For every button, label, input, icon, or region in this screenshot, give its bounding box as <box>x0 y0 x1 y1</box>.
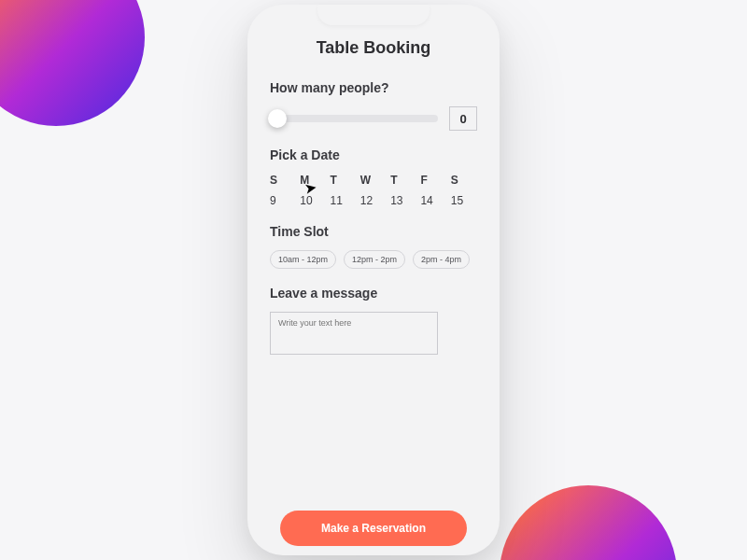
time-slot-group: 10am - 12pm 12pm - 2pm 2pm - 4pm <box>270 250 477 269</box>
decorative-blob-top-left <box>0 0 145 126</box>
calendar-day[interactable]: 15 <box>451 194 477 207</box>
time-slot-option[interactable]: 2pm - 4pm <box>413 250 470 269</box>
make-reservation-button[interactable]: Make a Reservation <box>280 511 467 546</box>
slider-thumb[interactable] <box>268 109 287 128</box>
weekday-header: T <box>331 174 357 187</box>
message-label: Leave a message <box>270 286 477 301</box>
calendar-day[interactable]: 12 <box>360 194 387 207</box>
weekday-header: S <box>451 174 477 187</box>
phone-notch <box>317 5 430 25</box>
calendar-day[interactable]: 14 <box>420 194 446 207</box>
calendar-day[interactable]: 9 <box>270 194 296 207</box>
time-label: Time Slot <box>270 224 477 239</box>
phone-frame: Table Booking How many people? 0 Pick a … <box>247 5 500 555</box>
time-slot-option[interactable]: 10am - 12pm <box>270 250 336 269</box>
weekday-header: F <box>420 174 446 187</box>
weekday-header: T <box>390 174 416 187</box>
people-slider[interactable] <box>270 115 438 122</box>
time-slot-option[interactable]: 12pm - 2pm <box>344 250 405 269</box>
page-title: Table Booking <box>270 38 477 58</box>
date-label: Pick a Date <box>270 147 477 162</box>
weekday-header: S <box>270 174 296 187</box>
decorative-blob-bottom-right <box>500 485 677 560</box>
calendar-day[interactable]: 10 <box>300 194 326 207</box>
weekday-header: M <box>300 174 326 187</box>
calendar-day[interactable]: 11 <box>331 194 357 207</box>
people-count: 0 <box>449 106 477 131</box>
app-screen: Table Booking How many people? 0 Pick a … <box>247 5 500 555</box>
people-label: How many people? <box>270 80 477 95</box>
weekday-header: W <box>360 174 387 187</box>
calendar: S M T W T F S 9 10 11 12 13 14 15 <box>270 174 477 207</box>
message-input[interactable] <box>270 312 438 355</box>
calendar-day[interactable]: 13 <box>390 194 416 207</box>
